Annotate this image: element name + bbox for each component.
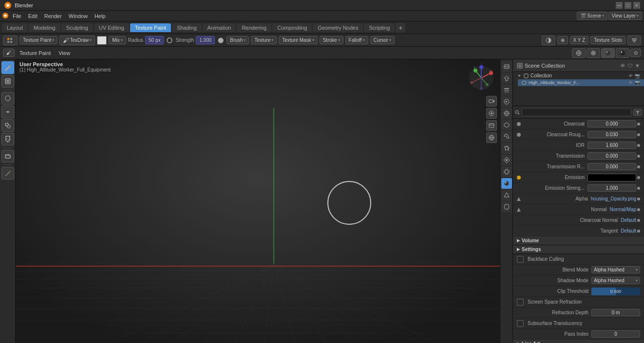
clearcoat-roughness-value[interactable]: 0.030 [587,131,636,138]
tab-layout[interactable]: Layout [2,23,28,32]
window-controls[interactable]: — □ × [616,2,640,9]
menu-blender-logo[interactable] [2,12,9,20]
gizmo-btn[interactable]: ⊕ [557,36,568,44]
volume-section[interactable]: ▶ Volume [513,236,644,245]
data-props-btn[interactable] [501,190,512,200]
clearcoat-normal-value[interactable]: Default [621,217,636,223]
normal-value[interactable]: Normal/Map [610,207,636,212]
viewport-camera-btn[interactable] [486,96,497,107]
soften-tool[interactable] [1,92,14,105]
texture-paint-mode-btn[interactable]: Texture Paint ▾ [19,36,57,44]
blend-mode-selector[interactable]: Mix ▾ [109,36,126,44]
fill-tool[interactable] [1,75,14,88]
tab-uv-editing[interactable]: UV Editing [94,23,129,32]
tab-geometry-nodes[interactable]: Geometry Nodes [313,23,363,32]
tab-compositing[interactable]: Compositing [272,23,312,32]
pass-index-value[interactable]: 0 [591,330,640,338]
gizmo-widget[interactable]: X Y Z [467,63,496,92]
cursor-btn[interactable]: Cursor ▾ [370,36,395,44]
close-button[interactable]: × [633,2,640,9]
material-props-btn[interactable] [501,178,512,189]
object-data-props-btn[interactable] [501,201,512,212]
transmission-value[interactable]: 0.000 [587,152,636,160]
texdraw-tool[interactable] [1,61,14,74]
mask-tool[interactable] [1,150,14,162]
subsurface-translucency-checkbox[interactable] [517,320,524,327]
mode-selector[interactable] [3,36,18,45]
paint-submenu-btn[interactable]: 🖌 [3,49,15,57]
maximize-button[interactable]: □ [625,2,631,9]
tab-texture-paint[interactable]: Texture Paint [130,23,171,32]
strength-input[interactable]: 1.000 [196,36,215,44]
annotate-tool[interactable] [1,167,14,180]
refraction-depth-value[interactable]: 0 m [591,309,640,316]
xyz-btn[interactable]: X Y Z [570,36,589,44]
filters-btn[interactable] [627,36,641,45]
modifier-props-btn[interactable] [501,131,512,142]
clip-threshold-slider[interactable]: 0.500 [591,288,640,295]
overlay-btn[interactable] [542,36,555,45]
physics-props-btn[interactable] [501,155,512,165]
texture-slots-btn[interactable]: Texture Slots [590,36,625,44]
object-props-btn[interactable] [501,120,512,130]
outliner-filter-icon[interactable]: ▼ [635,63,640,69]
outliner-scene-collection[interactable]: Collection 👁 📷 [513,72,644,79]
outliner-object[interactable]: High_Altitude_Worker_F... 👁 📷 [518,79,644,86]
viewport-world-btn[interactable] [486,132,497,143]
menu-edit[interactable]: Edit [25,12,40,20]
tab-sculpting[interactable]: Sculpting [61,23,93,32]
tab-animation[interactable]: Animation [203,23,236,32]
tab-rendering[interactable]: Rendering [237,23,271,32]
viewport-render-btn[interactable] [486,108,497,119]
wire-shading-btn[interactable] [572,48,586,58]
backface-culling-checkbox[interactable] [517,256,524,263]
fill-paint-tool[interactable] [1,133,14,145]
ior-value[interactable]: 1.600 [587,142,636,149]
settings-section[interactable]: ▶ Settings [513,245,644,254]
outliner-restrict-icon[interactable]: 🛡 [627,63,633,69]
render-props-btn[interactable] [501,61,512,72]
output-props-btn[interactable] [501,73,512,84]
rendered-shading-btn[interactable] [616,48,629,58]
line-art-section[interactable]: ▶ Line Art [513,340,644,343]
tab-scripting[interactable]: Scripting [364,23,395,32]
tab-modeling[interactable]: Modeling [29,23,60,32]
view-menu[interactable]: View [56,49,73,57]
shadow-mode-select[interactable]: Alpha Hashed ▾ [591,277,640,284]
screen-space-refraction-checkbox[interactable] [517,299,524,306]
tab-shading[interactable]: Shading [172,23,201,32]
brush-settings-btn[interactable]: Brush ▾ [227,36,249,44]
viewport[interactable]: User Perspective (1) High_Altitude_Worke… [16,59,500,343]
texture-btn[interactable]: Texture ▾ [251,36,277,44]
blend-mode-select[interactable]: Alpha Hashed ▾ [591,266,640,273]
color-swatch[interactable] [97,36,107,45]
shading-options-btn[interactable]: ⊙ [630,49,641,57]
particles-props-btn[interactable] [501,143,512,154]
solid-shading-btn[interactable] [587,48,600,58]
menu-file[interactable]: File [10,12,24,20]
emission-color-swatch[interactable] [587,174,636,181]
brush-selector[interactable]: 🖌 TexDraw ▾ [59,36,95,45]
add-workspace-button[interactable]: + [396,23,405,33]
properties-search-input[interactable] [522,108,631,116]
texture-mask-btn[interactable]: Texture Mask ▾ [279,36,317,44]
tangent-value[interactable]: Default [621,228,636,234]
scene-selector[interactable]: 🎬 Scene ▾ [577,12,607,20]
emission-strength-value[interactable]: 1.000 [587,184,636,192]
world-props-btn[interactable] [501,108,512,119]
clone-tool[interactable] [1,119,14,132]
falloff-btn[interactable]: Falloff ▾ [345,36,368,44]
radius-input[interactable]: 50 px [145,36,164,44]
view-layer-props-btn[interactable] [501,85,512,95]
view-layer-selector[interactable]: View Layer ▾ [608,12,642,20]
constraints-props-btn[interactable] [501,166,512,177]
props-sort-btn[interactable] [633,109,642,116]
scene-props-btn[interactable] [501,96,512,107]
transmission-r-value[interactable]: 0.000 [587,163,636,170]
material-shading-btn[interactable] [601,48,615,58]
smear-tool[interactable] [1,106,14,118]
minimize-button[interactable]: — [616,2,623,9]
texture-paint-menu[interactable]: Texture Paint [17,49,54,57]
outliner-visibility-icon[interactable]: 👁 [620,63,625,69]
clearcoat-value[interactable]: 0.000 [587,120,636,127]
